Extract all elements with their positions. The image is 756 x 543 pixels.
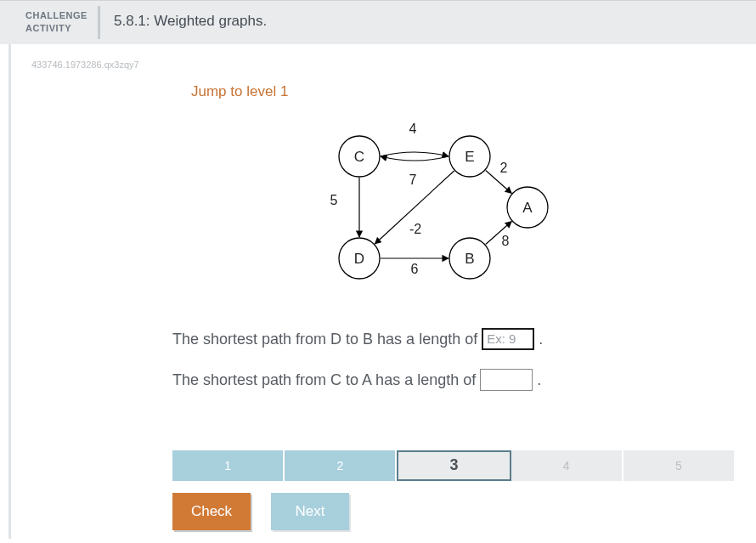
question-1-post: . (539, 330, 543, 347)
content-area: 433746.1973286.qx3zqy7 Jump to level 1 4… (8, 44, 756, 539)
level-progress-bar: 12345 (172, 450, 736, 481)
node-label-D: D (354, 251, 364, 267)
question-1: The shortest path from D to B has a leng… (172, 328, 756, 350)
level-4[interactable]: 4 (511, 450, 623, 481)
edge-weight-E-D: -2 (409, 222, 421, 236)
edge-weight-E-C: 7 (409, 173, 417, 187)
challenge-tag: CHALLENGE ACTIVITY (0, 1, 98, 44)
edge-weight-C-D: 5 (330, 193, 338, 207)
edge-C-E (381, 152, 449, 156)
challenge-tag-line2: ACTIVITY (25, 22, 86, 35)
question-2: The shortest path from C to A has a leng… (172, 369, 756, 391)
button-row: Check Next (172, 493, 756, 530)
edge-weight-B-A: 8 (502, 234, 510, 248)
edge-weight-E-A: 2 (500, 161, 508, 175)
graph-svg: 47285-26CEADB (172, 114, 597, 292)
activity-header: CHALLENGE ACTIVITY 5.8.1: Weighted graph… (0, 0, 756, 44)
node-label-E: E (465, 149, 474, 165)
node-label-B: B (465, 251, 474, 267)
edge-E-A (486, 170, 512, 193)
node-label-A: A (522, 200, 533, 216)
question-2-post: . (537, 370, 541, 387)
answer-input-2[interactable] (480, 369, 533, 391)
next-button[interactable]: Next (271, 493, 349, 530)
activity-title: 5.8.1: Weighted graphs. (100, 1, 280, 44)
answer-input-1[interactable] (482, 328, 534, 350)
check-button[interactable]: Check (172, 493, 251, 530)
edge-weight-D-B: 6 (411, 262, 419, 276)
edge-weight-C-E: 4 (409, 122, 417, 136)
edge-E-C (381, 156, 449, 161)
node-label-C: C (354, 149, 364, 165)
jump-to-level-link[interactable]: Jump to level 1 (11, 76, 756, 114)
question-1-text: The shortest path from D to B has a leng… (172, 330, 482, 347)
instance-id: 433746.1973286.qx3zqy7 (11, 44, 756, 76)
level-1[interactable]: 1 (172, 450, 285, 481)
level-5[interactable]: 5 (623, 450, 736, 481)
challenge-tag-line1: CHALLENGE (25, 9, 86, 22)
level-2[interactable]: 2 (285, 450, 397, 481)
question-2-text: The shortest path from C to A has a leng… (172, 370, 480, 387)
level-3[interactable]: 3 (397, 450, 511, 481)
weighted-graph: 47285-26CEADB (172, 114, 597, 309)
